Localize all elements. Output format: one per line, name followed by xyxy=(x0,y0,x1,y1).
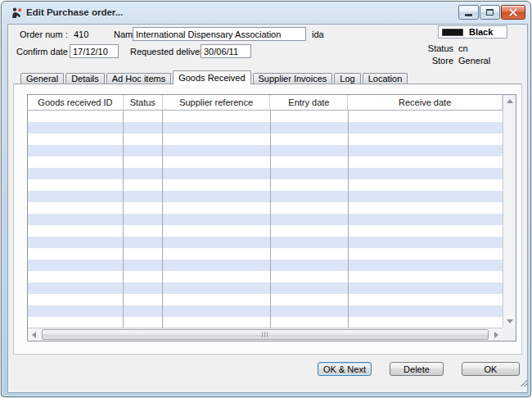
table-row[interactable] xyxy=(28,294,503,305)
minimize-icon xyxy=(465,14,472,16)
requested-delivery-input[interactable] xyxy=(201,44,251,58)
arrow-right-icon xyxy=(494,332,498,338)
maximize-icon xyxy=(486,9,494,16)
column-divider xyxy=(162,111,163,328)
confirm-date-input[interactable] xyxy=(70,44,119,58)
resize-grip[interactable] xyxy=(520,379,527,387)
color-swatch xyxy=(442,29,463,36)
table-row[interactable] xyxy=(28,260,503,271)
purchase-order-icon xyxy=(11,7,23,19)
scroll-right-button[interactable] xyxy=(490,328,503,341)
status-label: Status xyxy=(417,43,453,53)
maximize-button[interactable] xyxy=(480,5,500,20)
table-row[interactable] xyxy=(28,191,503,202)
table-row[interactable] xyxy=(28,237,503,248)
requested-delivery-label: Requested delivery xyxy=(130,47,207,57)
order-num-label: Order num : xyxy=(20,29,68,39)
table-row[interactable] xyxy=(28,111,503,122)
column-divider xyxy=(348,111,349,328)
order-num-value: 410 xyxy=(74,29,88,39)
close-icon xyxy=(509,8,517,16)
thumb-grip-icon xyxy=(262,332,268,337)
window-title: Edit Purchase order... xyxy=(26,7,123,17)
table-row[interactable] xyxy=(28,248,503,260)
store-value: General xyxy=(458,56,490,66)
arrow-down-icon xyxy=(507,319,513,323)
table-row[interactable] xyxy=(28,168,503,179)
scroll-left-button[interactable] xyxy=(28,328,40,341)
tab-supplier-invoices[interactable]: Supplier Invoices xyxy=(253,73,333,84)
titlebar[interactable]: Edit Purchase order... xyxy=(2,2,530,24)
table-row[interactable] xyxy=(28,122,503,133)
confirm-date-label: Confirm date xyxy=(16,47,68,57)
table-row[interactable] xyxy=(28,305,503,317)
tab-location[interactable]: Location xyxy=(363,73,408,84)
close-button[interactable] xyxy=(501,5,525,20)
table-row[interactable] xyxy=(28,179,503,191)
tab-general[interactable]: General xyxy=(20,73,64,84)
goods-received-table: Goods received IDStatusSupplier referenc… xyxy=(27,94,516,341)
column-divider xyxy=(270,111,271,328)
column-header-status[interactable]: Status xyxy=(124,95,163,110)
table-row[interactable] xyxy=(28,271,503,283)
column-header-goods-received-id[interactable]: Goods received ID xyxy=(28,95,124,110)
store-label: Store xyxy=(417,56,453,66)
scroll-up-button[interactable] xyxy=(503,95,516,107)
tab-goods-received[interactable]: Goods Received xyxy=(173,70,250,84)
ok-button[interactable]: OK xyxy=(462,362,520,376)
minimize-button[interactable] xyxy=(458,5,479,20)
scrollbar-corner xyxy=(503,328,516,341)
tab-log[interactable]: Log xyxy=(334,73,360,84)
tab-details[interactable]: Details xyxy=(65,73,105,84)
table-row[interactable] xyxy=(28,156,503,168)
scroll-down-button[interactable] xyxy=(503,315,516,328)
tab-ad-hoc-items[interactable]: Ad Hoc items xyxy=(106,73,171,84)
status-value: cn xyxy=(458,43,468,53)
column-header-entry-date[interactable]: Entry date xyxy=(270,95,348,110)
name-input[interactable] xyxy=(133,27,306,41)
color-name: Black xyxy=(469,27,493,37)
column-divider xyxy=(123,111,124,328)
horizontal-scrollbar[interactable] xyxy=(28,328,503,341)
tab-strip: GeneralDetailsAd Hoc itemsGoods Received… xyxy=(20,70,409,84)
table-header-row: Goods received IDStatusSupplier referenc… xyxy=(28,95,503,111)
ok-next-button[interactable]: OK & Next xyxy=(318,362,372,376)
table-row[interactable] xyxy=(28,225,503,237)
table-row[interactable] xyxy=(28,317,503,328)
table-row[interactable] xyxy=(28,133,503,145)
table-row[interactable] xyxy=(28,283,503,294)
arrow-left-icon xyxy=(32,332,36,338)
table-row[interactable] xyxy=(28,214,503,225)
delete-button[interactable]: Delete xyxy=(390,362,444,376)
edit-purchase-order-window: Edit Purchase order... Order num : 410 N… xyxy=(1,1,531,397)
name-code: ida xyxy=(312,29,324,39)
table-row[interactable] xyxy=(28,145,503,156)
table-body xyxy=(28,111,503,328)
footer-buttons: OK & NextDeleteOK xyxy=(318,362,520,376)
vertical-scrollbar[interactable] xyxy=(503,95,516,328)
arrow-up-icon xyxy=(507,99,513,103)
table-row[interactable] xyxy=(28,202,503,214)
order-color-select[interactable]: Black xyxy=(438,25,507,38)
horizontal-scroll-thumb[interactable] xyxy=(42,329,489,340)
column-header-receive-date[interactable]: Receive date xyxy=(348,95,503,110)
column-header-supplier-reference[interactable]: Supplier reference xyxy=(163,95,271,110)
